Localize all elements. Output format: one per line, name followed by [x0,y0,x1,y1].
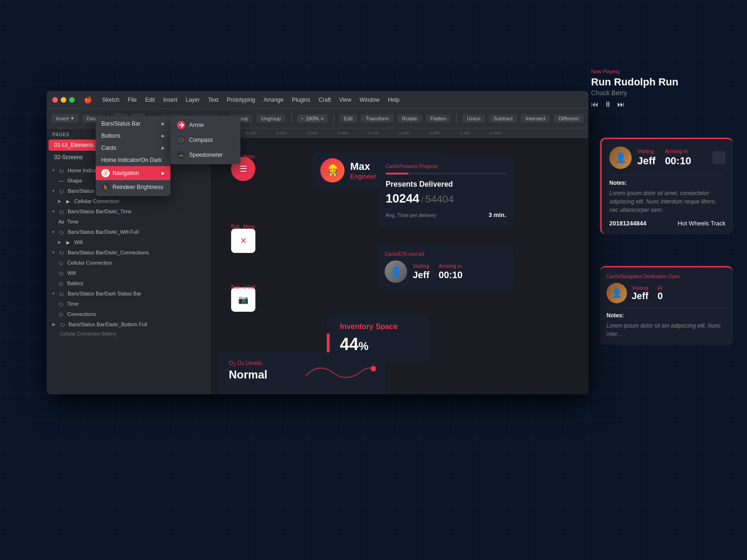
union-button[interactable]: Union [462,114,485,123]
layer-wifi-group[interactable]: ▾ ⭮ Bars/Status Bar/Dark/_Wifi Full [49,227,208,237]
layer-menu[interactable]: Layer [182,95,204,105]
nav-icon: 🧭 [101,169,110,177]
submenu-compass[interactable]: Compass [170,133,240,147]
edit-button[interactable]: Edit [339,114,358,123]
close-button[interactable] [712,151,726,164]
dropdown-item-reindeer[interactable]: 🦌 Reindeer Brightness [96,180,170,194]
window-menu[interactable]: Window [356,95,383,105]
submenu-arrow[interactable]: Arrow [170,118,240,133]
visiting-card: 👤 Visiting Jeff Arriving in 00:10 Notes:… [600,138,733,234]
menu-bar: 🍎 Sketch File Edit Insert Layer Text Pro… [80,95,583,105]
transform-button[interactable]: Transform [361,114,394,123]
expand-icon: ▾ [52,230,55,234]
dropdown-item-buttons[interactable]: Buttons ▶ [96,130,170,142]
zoom-control[interactable]: − 100% + [297,114,328,123]
o2-level-label: O₂ Levels [237,360,261,366]
layer-label: Time [67,219,78,224]
prototyping-menu[interactable]: Prototyping [223,95,259,105]
butt-menu-2-button: ✕ [231,229,255,253]
layer-wifi[interactable]: ▶ ▶ Wifi [49,237,208,247]
canvas-area[interactable]: -3,200 -3,100 -3,000 -2,900 -2,800 -2,70… [210,128,588,394]
layer-dsb-time[interactable]: ⭮ Time [49,299,208,309]
zoom-minus[interactable]: − [301,116,304,121]
now-playing-controls[interactable]: ⏮ ⏸ ⏭ [591,100,740,109]
ungroup-btn2[interactable]: Ungroup [256,114,285,123]
subtract-button[interactable]: Subtract [489,114,517,123]
close-window-button[interactable] [52,97,58,103]
layer-conn-wifi[interactable]: ⭮ Wifi [49,268,208,278]
divider [609,175,726,175]
layer-conn-cellular[interactable]: ⭮ Cellular Connection [49,258,208,268]
dropdown-item-navigation[interactable]: 🧭 Navigation ▶ [96,166,170,180]
layer-label: Cellular Connection [67,260,112,266]
dropdown-item-cards[interactable]: Cards ▶ [96,142,170,154]
minimize-window-button[interactable] [61,97,66,103]
vc2-visiting: Visiting Jeff [632,285,648,301]
expand-icon: ▾ [52,189,55,193]
apple-menu[interactable]: 🍎 [80,95,96,105]
reindeer-content: 🦌 Reindeer Brightness [101,183,163,191]
inventory-unit: % [359,340,368,352]
vc2-arriving-label: Ar [658,285,663,291]
sync-icon: ⭮ [58,259,64,266]
layer-time-group[interactable]: ▾ ⭮ Bars/Status Bar/Dark/_Time [49,206,208,217]
ruler-mark-7: -2,600 [397,131,409,135]
intersect-button[interactable]: Intersect [521,114,550,123]
traffic-lights [52,97,75,103]
layer-label: Bars/Status Bar/Dark/_Time [68,209,132,214]
arrange-menu[interactable]: Arrange [260,95,287,105]
next-button[interactable]: ⏭ [617,100,625,109]
avg-time: 3 min. [488,211,506,218]
submenu-speedometer[interactable]: Speedometer [170,147,240,162]
dropdown-item-home[interactable]: Home Indicator/On Dark [96,154,170,166]
progress-numbers: 10244 / 54404 [386,191,506,206]
menu-button-white[interactable]: ✕ [231,229,255,253]
layer-more[interactable]: ▶ ⭮ Bars/Status Bar/Dark/_Bottom Full [49,319,208,329]
play-pause-button[interactable]: ⏸ [604,100,612,109]
expand-icon: ▶ [58,199,61,203]
rotate-button[interactable]: Rotate [397,114,422,123]
craft-menu[interactable]: Craft [315,95,335,105]
expand-icon: ▾ [52,291,55,296]
sketch-menu[interactable]: Sketch [99,95,123,105]
progress-current: 10244 [386,191,419,206]
vc2-arriving-time: 0 [658,291,663,301]
visiting-card-header: 👤 Visiting Jeff Arriving in 00:10 [609,147,726,169]
layer-label: Bars/Status Bar/Dark/_Bottom Full [69,322,147,327]
text-menu[interactable]: Text [204,95,222,105]
dropdown-item-bars[interactable]: Bars/Status Bar ▶ [96,118,170,130]
layer-dark-statusbar[interactable]: ▾ ⭮ Bars/Status Bar/Dark Status Bar [49,288,208,299]
maximize-window-button[interactable] [69,97,75,103]
visiting-group: Visiting Jeff [637,148,655,167]
layer-connections-group[interactable]: ▾ ⭮ Bars/Status Bar/Dark/_Connections [49,247,208,258]
group-icon: ⭮ [58,167,65,174]
group-icon: ⭮ [58,229,65,235]
file-menu[interactable]: File [124,95,141,105]
eta-content: 👤 Visiting Jeff Arriving in 00:10 [385,260,507,283]
layer-time[interactable]: Aa Time [49,217,208,227]
layer-dsb-connections[interactable]: ⭮ Connections [49,309,208,319]
notes-text: Lorem ipsum dolor sit amet, consectetur … [609,189,726,214]
flatten-button[interactable]: Flatten [426,114,451,123]
insert-chevron-icon: ▾ [71,115,74,121]
edit-menu[interactable]: Edit [141,95,159,105]
plugins-menu[interactable]: Plugins [288,95,314,105]
layer-cellular[interactable]: ▶ ▶ Cellular Connection [49,196,208,206]
layers-dropdown[interactable]: Bars/Status Bar ▶ Buttons ▶ Cards ▶ Home… [96,116,170,196]
vc2-meta: Visiting Jeff Ar 0 [632,285,663,301]
ruler-mark-2: -3,100 [245,131,257,135]
expand-icon: ▾ [52,250,55,255]
difference-button[interactable]: Differenc [554,114,584,123]
insert-button[interactable]: Insert ▾ [51,114,78,123]
prev-button[interactable]: ⏮ [591,100,599,109]
zoom-plus[interactable]: + [321,116,324,121]
navigation-submenu[interactable]: Arrow Compass Speedometer [170,116,240,164]
progress-card-label: Cards/Presents Progress [386,164,506,169]
layer-conn-battery[interactable]: ⭮ Battery [49,278,208,288]
inventory-value: 44 [340,335,359,354]
view-menu[interactable]: View [336,95,355,105]
call-button[interactable]: 📷 [231,287,255,312]
insert-menu[interactable]: Insert [160,95,181,105]
group-icon: ⭮ [58,290,65,297]
help-menu[interactable]: Help [384,95,403,105]
